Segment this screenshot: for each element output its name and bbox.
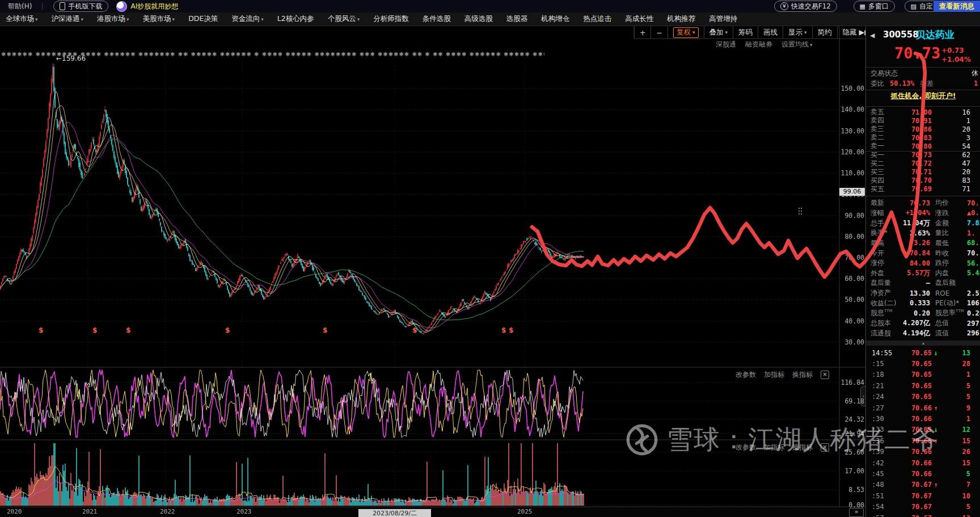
- tick-time: :21: [866, 382, 899, 390]
- axis-price-tag: 99.06: [839, 188, 865, 196]
- stats-row: 涨停84.00跌停56.: [866, 258, 980, 268]
- svg-text:$: $: [501, 326, 506, 334]
- ask-row-5[interactable]: 卖五71.0016: [866, 108, 980, 116]
- tick-price: 70.65: [899, 426, 932, 434]
- bid-row-3[interactable]: 买三70.7120: [866, 168, 980, 176]
- indicator-action-换指标[interactable]: 换指标: [792, 443, 813, 452]
- axis-label: 90.00: [839, 212, 864, 220]
- stat-value: 70.: [967, 199, 980, 207]
- ask-row-3[interactable]: 卖三70.8620: [866, 125, 980, 133]
- close-indicator-icon[interactable]: ×: [821, 371, 829, 379]
- bid-row-4[interactable]: 买四70.7083: [866, 176, 980, 185]
- menu-item-5[interactable]: DDE决策: [188, 14, 218, 24]
- back-arrow-icon[interactable]: ◀: [870, 32, 875, 39]
- svg-text:$: $: [92, 326, 97, 334]
- multi-window-button[interactable]: ▦ 多窗口: [854, 1, 895, 12]
- ask-row-4[interactable]: 卖四70.911: [866, 116, 980, 125]
- close-indicator-icon[interactable]: ×: [821, 443, 829, 452]
- peak-price-annotation: ←159.66: [56, 54, 86, 62]
- stat-label: 盘后额: [935, 278, 967, 288]
- stat-value: 2.63%: [897, 229, 930, 237]
- ask-row-1-count: 54: [932, 142, 980, 150]
- menu-item-14[interactable]: 热点追击: [583, 14, 611, 24]
- axis-label: 24.32: [839, 415, 864, 423]
- divider: [866, 196, 980, 196]
- bid-row-5[interactable]: 买五70.6971: [866, 185, 980, 194]
- tick-time: :57: [866, 514, 899, 517]
- trade-status-row: 交易状态 休: [866, 68, 980, 78]
- menu-item-10[interactable]: 条件选股: [423, 14, 451, 24]
- tick-trade-list[interactable]: 14:5570.65↓13:1570.6528:1870.651:2170.65…: [866, 347, 980, 517]
- tick-volume: 10: [940, 492, 980, 500]
- multi-window-label: 多窗口: [868, 2, 889, 11]
- stat-value: 297.6: [967, 320, 980, 327]
- indicator-action-加指标[interactable]: 加指标: [764, 370, 784, 380]
- menu-item-8[interactable]: 个股风云▾: [328, 14, 360, 24]
- menu-item-3[interactable]: 港股市场▾: [97, 14, 129, 24]
- bid-row-3-price: 70.71: [891, 168, 932, 176]
- tick-price: 70.65: [899, 393, 932, 401]
- indicator-action-改参数[interactable]: 改参数: [736, 443, 756, 452]
- stat-value: 0.28: [967, 309, 980, 317]
- new-message-button[interactable]: 查看新消息: [933, 1, 980, 12]
- tick-volume: 15: [940, 437, 980, 445]
- menu-item-16[interactable]: 机构推荐: [667, 14, 695, 24]
- menu-item-4[interactable]: 美股市场▾: [143, 14, 175, 24]
- menu-item-2[interactable]: 沪深港通▾: [52, 14, 84, 24]
- tick-row: :5170.6710: [866, 490, 980, 501]
- open-account-link[interactable]: 抓住机会, 即刻开户!: [866, 91, 980, 101]
- menu-item-7[interactable]: L2核心内参: [277, 14, 314, 24]
- menu-item-15[interactable]: 高成长性: [625, 14, 653, 24]
- ask-row-1[interactable]: 卖一70.8054: [866, 142, 980, 150]
- mobile-download-button[interactable]: 手机版下载: [53, 1, 108, 12]
- axis-label: 0.00: [839, 501, 864, 509]
- axis-label: 120.00: [839, 148, 864, 156]
- trading-terminal-window: 帮助(H) | 手机版下载 AI炒股就用妙想 ¥ 快速交易F12 ▦ 多窗口 ▨…: [0, 0, 980, 517]
- help-menu[interactable]: 帮助(H): [8, 2, 32, 11]
- tick-time: :27: [866, 404, 899, 412]
- tick-time: :18: [866, 371, 899, 379]
- menu-item-12[interactable]: 选股器: [506, 14, 528, 24]
- weibi-label: 委比: [866, 79, 884, 89]
- menu-item-1[interactable]: 全球市场▾: [6, 14, 38, 24]
- collapse-up-icon: ▴: [922, 341, 924, 346]
- axis-label: 110.00: [839, 169, 864, 177]
- collapse-stats-bar[interactable]: ▴: [866, 341, 980, 346]
- menu-item-9[interactable]: 分析师指数: [373, 14, 409, 24]
- stats-row: 收益(二)0.333PE(动)*106.: [866, 298, 980, 308]
- indicator-action-加指标[interactable]: 加指标: [764, 443, 784, 452]
- tick-volume: 1: [940, 415, 980, 423]
- tick-price: 70.65: [899, 382, 932, 390]
- tick-volume: 15: [940, 459, 980, 467]
- quick-trade-button[interactable]: ¥ 快速交易F12: [774, 1, 837, 12]
- tick-price: 70.66: [899, 459, 932, 467]
- bid-row-2[interactable]: 买二70.7247: [866, 159, 980, 168]
- tick-row: :3670.66↑15: [866, 435, 980, 446]
- axis-label: 60.00: [839, 275, 864, 283]
- chevron-down-icon: ▾: [172, 16, 175, 22]
- stats-row: 换手*2.63%量比1.: [866, 228, 980, 238]
- ask-row-2[interactable]: 卖二70.833: [866, 133, 980, 142]
- stat-value: 0.20: [897, 309, 930, 317]
- indicator-action-换指标[interactable]: 换指标: [792, 370, 813, 380]
- tick-row: 14:5570.65↓13: [866, 347, 980, 358]
- tick-row: :4270.6615: [866, 457, 980, 468]
- menu-item-11[interactable]: 高级选股: [464, 14, 493, 24]
- title-bar: 帮助(H) | 手机版下载 AI炒股就用妙想 ¥ 快速交易F12 ▦ 多窗口 ▨…: [0, 0, 980, 12]
- bid-row-1[interactable]: 买一70.7362: [866, 150, 980, 159]
- bid-row-5-label: 买五: [866, 184, 891, 194]
- divider: |: [41, 2, 43, 10]
- ai-promo-link[interactable]: AI炒股就用妙想: [130, 2, 178, 11]
- bid-row-3-count: 20: [932, 168, 980, 176]
- stat-value: 11.04万: [897, 218, 930, 228]
- indicator-action-改参数[interactable]: 改参数: [736, 370, 756, 380]
- menu-item-17[interactable]: 高管增持: [709, 14, 737, 24]
- menu-item-6[interactable]: 资金流向▾: [231, 14, 264, 24]
- tick-direction-icon: ↑: [932, 404, 940, 412]
- menu-item-13[interactable]: 机构增仓: [541, 14, 569, 24]
- weibi-row: 委比 50.13% 委差 1: [866, 78, 980, 89]
- stat-label: 最低: [935, 238, 967, 248]
- tick-row: :1870.651: [866, 369, 980, 380]
- stat-label: 量比: [935, 228, 967, 238]
- tick-row: :2770.66↑9: [866, 402, 980, 413]
